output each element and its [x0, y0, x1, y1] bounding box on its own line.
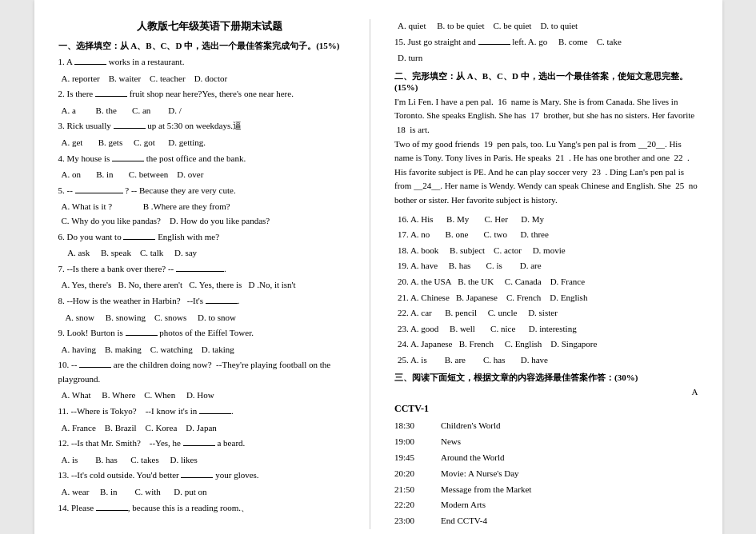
q8-options: A. snow B. snowing C. snows D. to snow: [58, 311, 362, 325]
cctv-time: 22:20: [394, 497, 434, 513]
q10: 10. -- are the children doing now? --The…: [58, 358, 362, 386]
cctv-program: Around the World: [441, 450, 505, 466]
cctv-row: 19:45 Around the World: [394, 450, 698, 466]
q7-options: A. Yes, there's B. No, there aren't C. Y…: [58, 278, 362, 293]
cctv-program: News: [441, 434, 461, 450]
cctv-time: 23:00: [394, 513, 434, 529]
q6-options: A. ask B. speak C. talk D. say: [58, 246, 362, 261]
cctv-time: 18:30: [394, 418, 434, 434]
section2-header: 二、完形填空：从 A、B、C、D 中，选出一个最佳答案，使短文意思完整。(15%…: [394, 70, 698, 92]
q12-options: A. is B. has C. takes D. likes: [58, 453, 362, 468]
cloze-q21: 21. A. Chinese B. Japanese C. French D. …: [394, 291, 698, 305]
cctv-row: 21:50 Message from the Market: [394, 482, 698, 498]
cctv-program: Movie: A Nurse's Day: [441, 466, 519, 482]
cloze-passage: I'm Li Fen. I have a pen pal. 16 name is…: [394, 95, 698, 208]
q3: 3. Rick usually up at 5:30 on weekdays.逼: [58, 119, 362, 134]
cctv-program: End CCTV-4: [441, 513, 487, 529]
q10-options: A. What B. Where C. When D. How: [58, 389, 362, 403]
cloze-q18: 18. A. book B. subject C. actor D. movie: [394, 244, 698, 258]
right-column: A. quiet B. to be quiet C. be quiet D. t…: [386, 19, 698, 529]
q12: 12. --Is that Mr. Smith? --Yes, he a bea…: [58, 436, 362, 451]
cctv-time: 19:00: [394, 434, 434, 450]
cctv-row: 18:30 Children's World: [394, 418, 698, 434]
cctv-row: 23:00 End CCTV-4: [394, 513, 698, 529]
q9-options: A. having B. making C. watching D. takin…: [58, 343, 362, 357]
cctv-schedule: 18:30 Children's World 19:00 News 19:45 …: [394, 418, 698, 529]
paper-title: 人教版七年级英语下册期末试题: [58, 19, 362, 34]
q2-options: A. a B. the C. an D. /: [58, 104, 362, 118]
q11-options: A. France B. Brazil C. Korea D. Japan: [58, 421, 362, 436]
q4-options: A. on B. in C. between D. over: [58, 168, 362, 182]
q1-text: 1. A works in a restaurant.: [58, 57, 185, 66]
cctv-time: 21:50: [394, 482, 434, 498]
cloze-q25: 25. A. is B. are C. has D. have: [394, 353, 698, 368]
q3-options: A. get B. gets C. got D. getting.: [58, 136, 362, 150]
cctv-row: 19:00 News: [394, 434, 698, 450]
cloze-q19: 19. A. have B. has C. is D. are: [394, 259, 698, 273]
q1: 1. A works in a restaurant.: [58, 55, 362, 70]
left-column: 人教版七年级英语下册期末试题 一、选择填空：从 A、B、C、D 中，选出一个最佳…: [58, 19, 371, 529]
section3-header: 三、阅读下面短文，根据文章的内容选择最佳答案作答：(30%): [394, 372, 698, 384]
q9: 9. Look! Burton is photos of the Eiffel …: [58, 326, 362, 341]
cctv-time: 19:45: [394, 450, 434, 466]
q14: 14. Please , because this is a reading r…: [58, 501, 362, 516]
cloze-q17: 17. A. no B. one C. two D. three: [394, 228, 698, 242]
q11: 11. --Where is Tokyo? --I know it's in .: [58, 404, 362, 419]
cloze-q22: 22. A. car B. pencil C. uncle D. sister: [394, 306, 698, 321]
q6: 6. Do you want to English with me?: [58, 230, 362, 245]
cloze-q20: 20. A. the USA B. the UK C. Canada D. Fr…: [394, 275, 698, 289]
section3-note: A: [394, 387, 698, 397]
q8: 8. --How is the weather in Harbin? --It'…: [58, 294, 362, 309]
q13: 13. --It's cold outside. You'd better yo…: [58, 468, 362, 483]
cloze-q23: 23. A. good B. well C. nice D. interesti…: [394, 322, 698, 337]
cloze-q16: 16. A. His B. My C. Her D. My: [394, 213, 698, 227]
cctv-time: 20:20: [394, 466, 434, 482]
q15: 15. Just go straight and left. A. go B. …: [394, 35, 698, 50]
q14-options-right: A. quiet B. to be quiet C. be quiet D. t…: [394, 19, 698, 34]
exam-paper: 人教版七年级英语下册期末试题 一、选择填空：从 A、B、C、D 中，选出一个最佳…: [34, 0, 722, 534]
q15-d: D. turn: [394, 51, 698, 66]
q2: 2. Is there fruit shop near here?Yes, th…: [58, 87, 362, 102]
q7: 7. --Is there a bank over there? -- .: [58, 262, 362, 277]
q5-options: A. What is it ? B .Where are they from? …: [58, 200, 362, 228]
section1-header: 一、选择填空：从 A、B、C、D 中，选出一个最佳答案完成句子。(15%): [58, 40, 362, 52]
q13-options: A. wear B. in C. with D. put on: [58, 485, 362, 500]
q1-options: A. reporter B. waiter C. teacher D. doct…: [58, 72, 362, 86]
cctv-title: CCTV-1: [394, 403, 698, 415]
cctv-row: 22:20 Modern Arts: [394, 497, 698, 513]
q5: 5. -- ? -- Because they are very cute.: [58, 184, 362, 198]
cctv-program: Children's World: [441, 418, 501, 434]
cctv-program: Message from the Market: [441, 482, 531, 498]
q4: 4. My house is the post office and the b…: [58, 152, 362, 166]
cctv-program: Modern Arts: [441, 497, 486, 513]
cctv-row: 20:20 Movie: A Nurse's Day: [394, 466, 698, 482]
cloze-q24: 24. A. Japanese B. French C. English D. …: [394, 337, 698, 352]
